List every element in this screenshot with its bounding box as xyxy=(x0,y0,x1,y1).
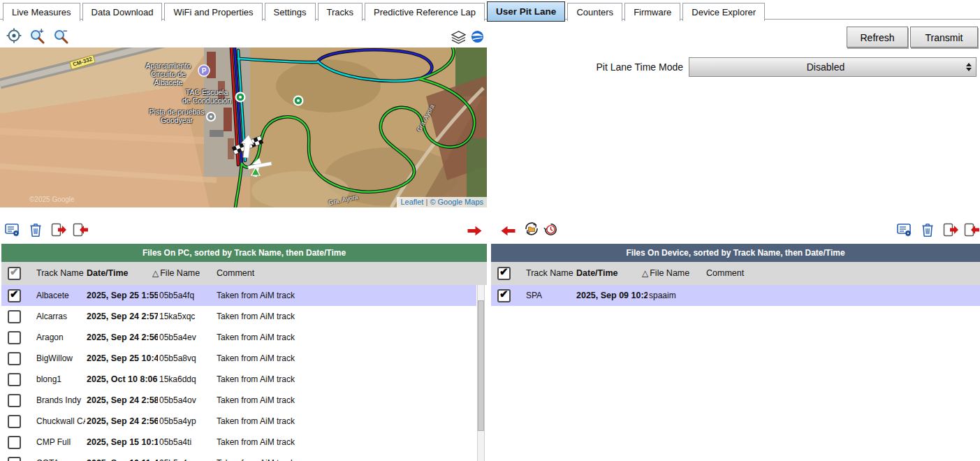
device-table-title: Files On Device, sorted by Track Name, t… xyxy=(491,244,980,262)
center-map-button[interactable] xyxy=(6,27,22,44)
row-checkbox[interactable] xyxy=(8,436,21,449)
tab-live-measures[interactable]: Live Measures xyxy=(3,3,80,21)
cell-date: 2025, Sep 25 1:55 PM xyxy=(87,285,158,306)
device-export-button[interactable] xyxy=(942,221,959,238)
row-checkbox[interactable] xyxy=(8,289,21,302)
cell-file: 05b5a4ov xyxy=(159,390,215,411)
device-table-header-row: Track Name Date/Time △File Name Comment xyxy=(491,262,980,285)
cell-file: 05b5a4fq xyxy=(159,285,215,306)
sync-files-button[interactable] xyxy=(523,220,540,237)
file-list-gear-icon xyxy=(5,223,20,237)
table-row[interactable]: Aragon2025, Sep 24 2:56 PM05b5a4evTaken … xyxy=(1,327,476,348)
select-all-checkbox[interactable] xyxy=(497,267,511,280)
arrow-right-icon xyxy=(467,226,483,236)
row-checkbox[interactable] xyxy=(8,415,21,428)
row-checkbox[interactable] xyxy=(8,373,21,386)
sync-folder-icon xyxy=(524,221,539,236)
column-header-track-name[interactable]: Track Name xyxy=(526,262,573,285)
cell-comment: Taken from AiM track xyxy=(217,306,391,327)
cell-track: SPA xyxy=(526,285,575,306)
tab-counters[interactable]: Counters xyxy=(567,3,622,21)
device-manage-files-button[interactable] xyxy=(896,221,913,238)
table-row[interactable]: Alcarras2025, Sep 24 2:57 PM15ka5xqcTake… xyxy=(1,306,476,327)
google-watermark: ©2025 Google xyxy=(29,196,75,203)
row-checkbox[interactable] xyxy=(8,352,21,365)
pc-export-button[interactable] xyxy=(50,221,67,238)
zoom-in-button[interactable]: + xyxy=(29,27,45,44)
layers-icon xyxy=(451,31,467,44)
pc-table-title: Files On PC, sorted by Track Name, then … xyxy=(1,244,487,262)
row-checkbox[interactable] xyxy=(8,457,21,461)
cell-date: 2025, Sep 24 2:56 PM xyxy=(87,411,158,432)
tab-data-download[interactable]: Data Download xyxy=(82,3,163,21)
scrollbar-thumb[interactable] xyxy=(478,300,484,431)
column-header-comment[interactable]: Comment xyxy=(217,262,254,285)
zoom-out-button[interactable]: − xyxy=(52,27,69,44)
table-row[interactable]: BigWillow2025, Sep 25 10:46 AM05b5a8vqTa… xyxy=(1,348,476,369)
cell-date: 2025, Sep 15 10:17 AM xyxy=(87,432,158,453)
cell-comment: Taken from AiM track xyxy=(217,411,391,432)
pc-manage-files-button[interactable] xyxy=(4,221,21,238)
cell-track: Chuckwall CA xyxy=(36,411,85,432)
row-checkbox[interactable] xyxy=(8,310,21,323)
pit-lane-mode-select[interactable]: Disabled xyxy=(689,57,977,77)
satellite-map-image: P xyxy=(0,47,487,207)
column-header-comment[interactable]: Comment xyxy=(706,262,744,285)
tab-device-explorer[interactable]: Device Explorer xyxy=(682,3,765,21)
cell-comment: Taken from AiM track xyxy=(217,453,391,461)
cell-comment: Taken from AiM track xyxy=(217,348,391,369)
import-file-icon xyxy=(964,223,980,237)
row-checkbox[interactable] xyxy=(497,289,511,302)
google-maps-link[interactable]: © Google Maps xyxy=(430,198,483,206)
cell-file: 05b5a4ti xyxy=(159,432,215,453)
pc-delete-button[interactable] xyxy=(27,221,44,238)
export-file-icon xyxy=(51,223,67,237)
tab-tracks[interactable]: Tracks xyxy=(318,3,363,21)
pc-import-button[interactable] xyxy=(72,221,89,238)
cell-file: 05b5a4 xyxy=(159,453,215,461)
select-all-checkbox[interactable] xyxy=(8,267,21,280)
row-checkbox[interactable] xyxy=(8,394,21,407)
column-header-date-time[interactable]: Date/Time xyxy=(87,262,129,285)
cell-track: Albacete xyxy=(36,285,85,306)
tab-wifi-and-properties[interactable]: WiFi and Properties xyxy=(164,3,262,21)
table-row[interactable]: COTA2025, Sep 10 11:45 AM05b5a4Taken fro… xyxy=(1,453,476,461)
track-map[interactable]: P CM-332 Aparcamiento Circuito de Albace… xyxy=(0,47,487,207)
leaflet-link[interactable]: Leaflet xyxy=(400,198,423,206)
history-button[interactable] xyxy=(542,221,559,237)
table-row[interactable]: Albacete2025, Sep 25 1:55 PM05b5a4fqTake… xyxy=(1,285,476,306)
transmit-button[interactable]: Transmit xyxy=(910,27,978,47)
parking-label: Aparcamiento Circuito de Albacete xyxy=(138,61,198,87)
map-layers-button[interactable] xyxy=(450,29,467,45)
table-row[interactable]: Chuckwall CA2025, Sep 24 2:56 PM05b5a4yp… xyxy=(1,411,476,432)
tab-firmware[interactable]: Firmware xyxy=(624,3,680,21)
tab-predictive-reference-lap[interactable]: Predictive Reference Lap xyxy=(365,3,485,21)
tab-settings[interactable]: Settings xyxy=(265,3,316,21)
device-delete-button[interactable] xyxy=(919,221,936,238)
cell-comment: Taken from AiM track xyxy=(217,327,391,348)
cell-track: blong1 xyxy=(36,369,85,390)
center-map-icon xyxy=(6,28,22,43)
table-row[interactable]: CMP Full2025, Sep 15 10:17 AM05b5a4tiTak… xyxy=(1,432,476,453)
device-import-button[interactable] xyxy=(963,221,980,238)
tab-user-pit-lane[interactable]: User Pit Lane xyxy=(487,1,565,22)
column-header-track-name[interactable]: Track Name xyxy=(36,262,84,285)
send-to-device-button[interactable] xyxy=(466,222,483,239)
waypoint-marker xyxy=(293,96,304,106)
google-earth-button[interactable] xyxy=(469,28,485,45)
pc-table-scrollbar[interactable] xyxy=(477,285,485,461)
column-header-date-time[interactable]: Date/Time xyxy=(576,262,618,285)
receive-from-device-button[interactable] xyxy=(499,222,516,239)
row-checkbox[interactable] xyxy=(8,331,21,344)
table-row[interactable]: SPA2025, Sep 09 10:24 AMspaaim xyxy=(491,285,980,306)
cell-date: 2025, Sep 25 10:46 AM xyxy=(87,348,158,369)
cell-track: BigWillow xyxy=(36,348,85,369)
table-row[interactable]: blong12025, Oct 10 8:06 AM15ka6ddqTaken … xyxy=(1,369,476,390)
table-row[interactable]: Brands Indy2025, Sep 24 2:58 PM05b5a4ovT… xyxy=(1,390,476,411)
trash-icon xyxy=(29,223,42,237)
cell-comment xyxy=(706,285,881,306)
cell-track: COTA xyxy=(36,453,85,461)
column-header-file-name[interactable]: △File Name xyxy=(642,262,689,285)
column-header-file-name[interactable]: △File Name xyxy=(152,262,200,285)
refresh-button[interactable]: Refresh xyxy=(847,27,908,47)
